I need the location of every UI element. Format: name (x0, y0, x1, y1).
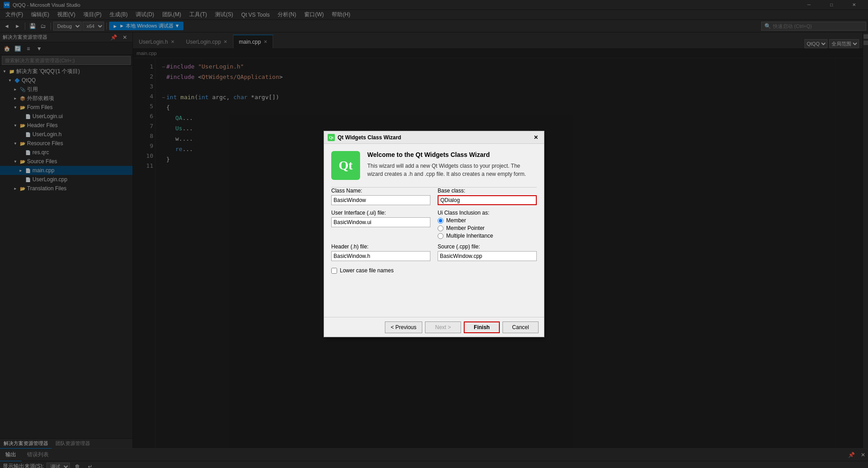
radio-member-pointer-input[interactable] (438, 225, 443, 231)
dialog-title-text: Qt Widgets Class Wizard (338, 134, 401, 141)
form-row-1: Class Name: Base class: (331, 188, 537, 205)
dialog-spacer (324, 281, 544, 317)
uifile-label: User Interface (.ui) file: (331, 210, 430, 216)
dialog-title-bar: Qt Qt Widgets Class Wizard ✕ (324, 131, 544, 144)
radio-member-pointer[interactable]: Member Pointer (438, 225, 537, 231)
radio-multiple-inheritance-label: Multiple Inheritance (446, 233, 493, 239)
radio-member[interactable]: Member (438, 217, 537, 224)
finish-button[interactable]: Finish (464, 321, 500, 333)
form-group-header: Header (.h) file: (331, 243, 430, 261)
dialog-description: This wizard will add a new Qt Widgets cl… (367, 162, 537, 178)
form-group-uifile: User Interface (.ui) file: (331, 210, 430, 239)
header-input[interactable] (331, 251, 430, 261)
dialog-intro: Welcome to the Qt Widgets Class Wizard T… (367, 151, 537, 180)
dialog-heading: Welcome to the Qt Widgets Class Wizard (367, 151, 537, 158)
source-cpp-label: Source (.cpp) file: (438, 243, 537, 250)
dialog-form: Class Name: Base class: User Interface (… (324, 188, 544, 281)
uifile-input[interactable] (331, 217, 430, 227)
lowercase-checkbox[interactable] (331, 268, 337, 274)
next-button[interactable]: Next > (425, 321, 461, 333)
dialog-qt-logo: Qt (331, 151, 360, 180)
lowercase-label: Lower case file names (340, 267, 393, 274)
form-group-ui-inclusion: Ui Class Inclusion as: Member Member Poi… (438, 210, 537, 239)
radio-member-pointer-label: Member Pointer (446, 225, 484, 231)
dialog-overlay: Qt Qt Widgets Class Wizard ✕ Qt Welcome … (0, 0, 868, 468)
qt-wizard-dialog: Qt Qt Widgets Class Wizard ✕ Qt Welcome … (324, 131, 544, 337)
cancel-button[interactable]: Cancel (503, 321, 539, 333)
source-input[interactable] (438, 251, 537, 261)
form-row-2: User Interface (.ui) file: Ui Class Incl… (331, 210, 537, 239)
dialog-footer: < Previous Next > Finish Cancel (324, 317, 544, 337)
form-row-3: Header (.h) file: Source (.cpp) file: (331, 243, 537, 261)
classname-label: Class Name: (331, 188, 430, 194)
header-label: Header (.h) file: (331, 243, 430, 250)
baseclass-label: Base class: (438, 188, 537, 194)
radio-multiple-inheritance[interactable]: Multiple Inheritance (438, 233, 537, 239)
form-group-source: Source (.cpp) file: (438, 243, 537, 261)
radio-member-input[interactable] (438, 218, 443, 224)
radio-member-label: Member (446, 217, 466, 224)
dialog-header-section: Qt Welcome to the Qt Widgets Class Wizar… (324, 144, 544, 187)
dialog-title-left: Qt Qt Widgets Class Wizard (328, 134, 401, 141)
classname-input[interactable] (331, 195, 430, 205)
dialog-qt-logo-small: Qt (328, 134, 335, 141)
dialog-close-btn[interactable]: ✕ (531, 133, 540, 142)
previous-button[interactable]: < Previous (385, 321, 422, 333)
ui-inclusion-label: Ui Class Inclusion as: (438, 210, 537, 216)
form-group-classname: Class Name: (331, 188, 430, 205)
baseclass-input[interactable] (438, 195, 537, 205)
qt-logo-text: Qt (338, 158, 352, 173)
lowercase-checkbox-row: Lower case file names (331, 266, 537, 275)
form-group-baseclass: Base class: (438, 188, 537, 205)
ui-inclusion-radio-group: Member Member Pointer Multiple Inheritan… (438, 217, 537, 239)
radio-multiple-inheritance-input[interactable] (438, 233, 443, 239)
